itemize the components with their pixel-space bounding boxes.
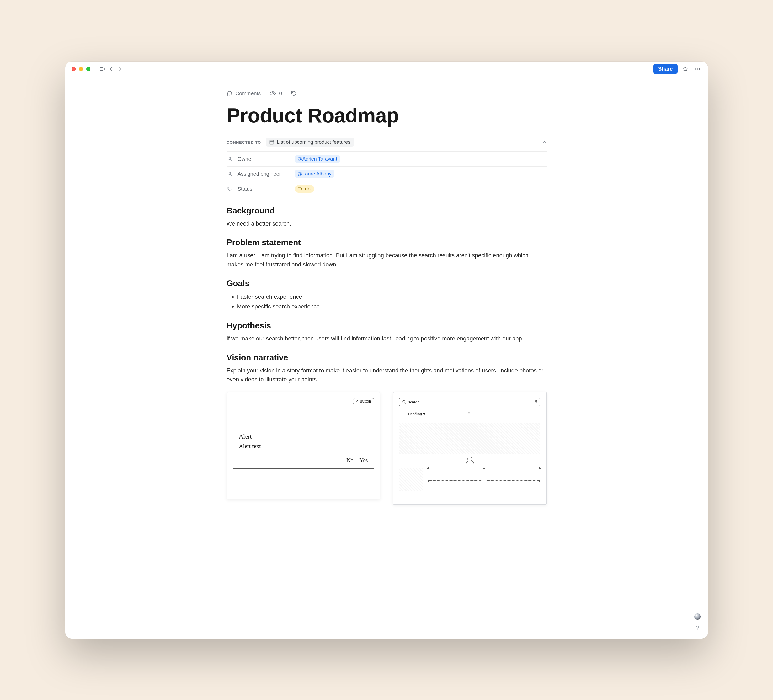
connected-to-chip[interactable]: List of upcoming product features [266,138,354,146]
person-icon [227,171,233,176]
mockup-alert-title: Alert [239,433,368,440]
mockup-back-button: Button [353,398,374,404]
svg-point-23 [469,415,470,416]
help-button[interactable]: ? [696,624,699,631]
svg-point-22 [469,414,470,414]
svg-point-6 [699,68,699,69]
mockup-search-layout[interactable]: search Heading ▾ [393,392,547,504]
section-problem-heading[interactable]: Problem statement [227,238,547,247]
comments-button[interactable]: Comments [227,90,261,97]
section-problem-body[interactable]: I am a user. I am trying to find informa… [227,251,547,269]
svg-point-13 [229,187,229,188]
mockup-alert-text: Alert text [239,443,368,450]
close-window-button[interactable] [72,67,76,71]
mockup-alert-card: Alert Alert text No Yes [233,428,374,469]
svg-point-5 [696,68,697,69]
refresh-sparkle-icon [291,90,297,96]
comments-label: Comments [235,90,261,97]
section-goals-heading[interactable]: Goals [227,279,547,288]
tag-icon [227,186,233,191]
titlebar: Share [65,62,708,76]
nav-forward-button[interactable] [116,64,125,74]
chevron-left-icon [356,400,359,403]
svg-point-4 [694,68,696,69]
app-window: Share Comments 0 [65,62,708,639]
svg-rect-8 [270,140,274,144]
more-menu-button[interactable] [693,64,702,74]
toggle-sidebar-button[interactable] [98,64,107,74]
view-count[interactable]: 0 [270,90,282,97]
property-engineer-row[interactable]: Assigned engineer @Laure Albouy [227,166,547,181]
property-status-label: Status [238,186,290,192]
more-vertical-icon [469,412,470,416]
svg-point-12 [229,172,230,174]
mockup-alert-actions: No Yes [239,457,368,464]
search-icon [402,400,406,404]
view-count-value: 0 [279,90,282,97]
table-icon [270,140,274,145]
svg-point-21 [469,412,470,413]
list-item[interactable]: More specific search experience [237,302,547,311]
svg-marker-3 [683,66,687,71]
property-status-row[interactable]: Status To do [227,181,547,196]
document-content: Comments 0 Product Roadmap Connected to … [227,76,547,536]
document-scroll-area[interactable]: Comments 0 Product Roadmap Connected to … [65,76,708,639]
section-goals-list[interactable]: Faster search experience More specific s… [227,292,547,312]
share-button[interactable]: Share [653,64,678,74]
mockup-avatar-icon [467,457,472,461]
property-status-value[interactable]: To do [295,185,314,192]
person-icon [227,156,233,161]
mockup-alert-dialog[interactable]: Button Alert Alert text No Yes [227,392,380,500]
comment-icon [227,90,232,96]
minimize-window-button[interactable] [79,67,83,71]
maximize-window-button[interactable] [86,67,90,71]
property-engineer-value[interactable]: @Laure Albouy [295,170,334,177]
property-engineer-label: Assigned engineer [238,171,290,177]
bottom-right-controls: ? [694,613,701,631]
section-hypothesis-heading[interactable]: Hypothesis [227,321,547,330]
property-owner-value[interactable]: @Adrien Taravant [295,155,340,163]
svg-point-14 [403,401,405,403]
globe-icon[interactable] [694,613,701,620]
mic-icon [535,400,538,404]
mockup-yes: Yes [359,457,368,463]
menu-icon [402,412,406,416]
section-vision-body[interactable]: Explain your vision in a story format to… [227,366,547,384]
section-vision-heading[interactable]: Vision narrative [227,353,547,362]
mockup-no: No [347,457,354,463]
collapse-chevron-icon[interactable] [543,141,547,144]
section-background-heading[interactable]: Background [227,206,547,215]
mockup-search-bar: search [399,398,540,406]
page-meta-bar: Comments 0 [227,90,547,97]
property-owner-label: Owner [238,156,290,162]
connected-to-label: Connected to [227,140,261,145]
favorite-button[interactable] [681,64,689,74]
connected-to-row[interactable]: Connected to List of upcoming product fe… [227,138,547,151]
nav-back-button[interactable] [107,64,116,74]
svg-point-11 [229,157,230,159]
refresh-button[interactable] [291,90,297,96]
window-controls [72,67,90,71]
mockup-row: Button Alert Alert text No Yes sear [227,392,547,504]
list-item[interactable]: Faster search experience [237,292,547,302]
svg-point-7 [272,93,274,94]
mockup-heading-dropdown: Heading ▾ [399,410,473,418]
section-hypothesis-body[interactable]: If we make our search better, then users… [227,334,547,343]
section-background-body[interactable]: We need a better search. [227,219,547,228]
mockup-image-placeholder [399,422,540,454]
mockup-thumb-placeholder [399,468,423,491]
connected-to-value: List of upcoming product features [277,139,350,145]
page-title[interactable]: Product Roadmap [227,105,547,127]
property-owner-row[interactable]: Owner @Adrien Taravant [227,151,547,166]
eye-icon [270,91,276,96]
svg-rect-16 [536,400,537,402]
mockup-selection-box [428,468,540,481]
svg-line-15 [405,403,406,404]
